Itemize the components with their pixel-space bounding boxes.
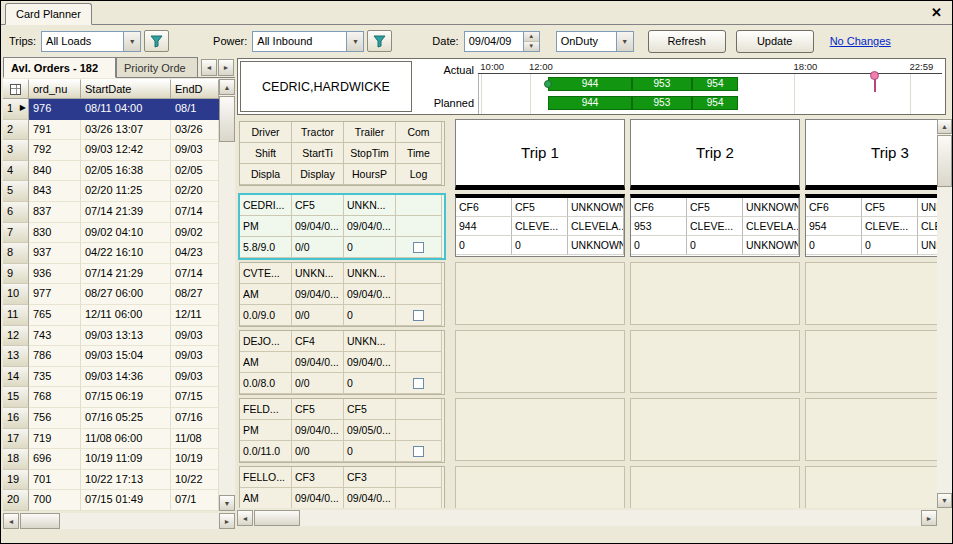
trips-label: Trips: — [9, 35, 36, 47]
scroll-left-icon[interactable]: ◄ — [3, 513, 19, 529]
empty-trip-slot[interactable] — [455, 466, 625, 508]
orders-horizontal-scrollbar[interactable]: ◄ ► — [3, 513, 235, 529]
date-spinner[interactable]: ▲ ▼ — [523, 32, 539, 51]
order-row[interactable]: 1097708/27 06:0008/27 — [3, 284, 219, 305]
chevron-down-icon[interactable]: ▼ — [346, 32, 363, 51]
empty-trip-slot[interactable] — [455, 262, 625, 325]
refresh-button[interactable]: Refresh — [648, 30, 726, 53]
scroll-down-icon[interactable]: ▼ — [219, 495, 235, 511]
tab-priority-orders[interactable]: Priority Orde — [116, 57, 198, 78]
empty-trip-slot[interactable] — [805, 398, 937, 461]
power-filter-button[interactable] — [367, 30, 392, 52]
power-dropdown[interactable]: All Inbound ▼ — [252, 31, 364, 52]
empty-trip-slot[interactable] — [455, 398, 625, 461]
scroll-up-icon[interactable]: ▲ — [219, 79, 235, 95]
hold-checkbox[interactable] — [413, 446, 424, 457]
chevron-down-icon[interactable]: ▼ — [616, 32, 633, 51]
scrollbar-thumb[interactable] — [937, 135, 952, 187]
scroll-down-icon[interactable]: ▼ — [937, 493, 952, 508]
scroll-right-icon[interactable]: ► — [921, 510, 937, 526]
order-row[interactable]: 2070007/15 01:4907/1 — [3, 490, 219, 511]
order-row[interactable]: 1473509/03 14:3609/03 — [3, 367, 219, 388]
trip-cell: 0 — [687, 236, 743, 255]
scrollbar-thumb[interactable] — [20, 513, 60, 529]
driver-info-card[interactable]: DEJO...CF4UNKN...AM09/04/0...09/04/0...0… — [239, 330, 445, 395]
duty-status-dropdown[interactable]: OnDuty ▼ — [556, 31, 634, 52]
close-icon[interactable]: ✕ — [931, 5, 942, 20]
trip-card[interactable]: CF6CF5UNKNOWN954CLEVE...CLEVELA...00UNKN… — [805, 194, 937, 257]
driver-info-card[interactable]: FELD...CF5CF5PM09/04/0...09/05/0...0.0/1… — [239, 398, 445, 463]
column-header-enddate[interactable]: EndD — [171, 79, 219, 99]
trips-filter-button[interactable] — [144, 30, 169, 52]
update-button[interactable]: Update — [736, 30, 814, 53]
planned-trip-bar[interactable]: 944 — [548, 96, 631, 110]
order-row[interactable]: 993607/14 21:2907/14 — [3, 264, 219, 285]
driver-info-cell: CVTE... — [240, 263, 292, 284]
planner-vertical-scrollbar[interactable]: ▲ ▼ — [937, 119, 952, 508]
select-all-cell[interactable] — [3, 79, 29, 99]
driver-info-card[interactable]: CEDRI...CF5UNKN...PM09/04/0...09/04/0...… — [239, 194, 445, 259]
hold-cell — [396, 441, 442, 462]
driver-info-card[interactable]: CVTE...UNKN...UNKN...AM09/04/0...09/04/0… — [239, 262, 445, 327]
order-row[interactable]: 1▶97608/11 04:0008/1 — [3, 99, 219, 120]
order-row[interactable]: 1771911/08 06:0011/08 — [3, 429, 219, 450]
order-row[interactable]: 1675607/16 05:2507/16 — [3, 408, 219, 429]
order-row[interactable]: 279103/26 13:0703/26 — [3, 120, 219, 141]
date-field[interactable]: 09/04/09 ▲ ▼ — [464, 31, 540, 52]
planner-horizontal-scrollbar[interactable]: ◄ ► — [237, 510, 937, 526]
empty-trip-slot[interactable] — [630, 330, 800, 393]
scroll-up-icon[interactable]: ▲ — [937, 119, 952, 134]
chevron-down-icon[interactable]: ▼ — [123, 32, 140, 51]
order-row[interactable]: 893704/22 16:1004/23 — [3, 243, 219, 264]
empty-trip-slot[interactable] — [805, 466, 937, 508]
empty-trip-slot[interactable] — [455, 330, 625, 393]
actual-trip-bar[interactable]: 954 — [692, 77, 738, 91]
scrollbar-thumb[interactable] — [254, 510, 300, 526]
driver-info-card[interactable]: FELLO...CF3CF3AM09/04/0...09/04/0... — [239, 466, 445, 508]
order-row[interactable]: 683707/14 21:3907/14 — [3, 202, 219, 223]
empty-trip-slot[interactable] — [630, 262, 800, 325]
tab-scroll-left-icon[interactable]: ◄ — [201, 59, 217, 76]
orders-vertical-scrollbar[interactable]: ▲ ▼ — [219, 79, 235, 511]
order-row[interactable]: 1576807/15 06:1907/15 — [3, 387, 219, 408]
tab-card-planner[interactable]: Card Planner — [5, 3, 92, 25]
order-row[interactable]: 783009/02 04:1009/02 — [3, 223, 219, 244]
driver-name-box[interactable]: CEDRIC,HARDWICKE — [240, 61, 412, 112]
tab-scroll-right-icon[interactable]: ► — [218, 59, 234, 76]
planned-trip-bar[interactable]: 954 — [692, 96, 738, 110]
order-row[interactable]: 1378609/03 15:0409/03 — [3, 346, 219, 367]
scroll-right-icon[interactable]: ► — [219, 513, 235, 529]
hold-checkbox[interactable] — [413, 242, 424, 253]
spin-down-icon[interactable]: ▼ — [524, 42, 539, 51]
no-changes-link[interactable]: No Changes — [830, 35, 891, 47]
column-header-ord-nu[interactable]: ord_nu — [29, 79, 81, 99]
empty-trip-slot[interactable] — [630, 466, 800, 508]
hold-checkbox[interactable] — [413, 378, 424, 389]
row-number: 6 — [7, 205, 13, 217]
driver-row: CEDRI...CF5UNKN...PM09/04/0...09/04/0...… — [237, 194, 937, 260]
order-row[interactable]: 1274309/03 13:1309/03 — [3, 326, 219, 347]
spin-up-icon[interactable]: ▲ — [524, 32, 539, 42]
scrollbar-thumb[interactable] — [219, 96, 235, 142]
empty-trip-slot[interactable] — [630, 398, 800, 461]
trip-card[interactable]: CF6CF5UNKNOWN944CLEVE...CLEVELA...00UNKN… — [455, 194, 625, 257]
trips-dropdown[interactable]: All Loads ▼ — [41, 31, 141, 52]
order-row[interactable]: 1176512/11 06:0012/11 — [3, 305, 219, 326]
empty-trip-slot[interactable] — [805, 330, 937, 393]
row-number: 17 — [7, 432, 19, 444]
planned-trip-bar[interactable]: 953 — [632, 96, 692, 110]
scroll-left-icon[interactable]: ◄ — [237, 510, 253, 526]
trip-card[interactable]: CF6CF5UNKNOWN953CLEVE...CLEVELA...00UNKN… — [630, 194, 800, 257]
actual-trip-bar[interactable]: 944 — [548, 77, 631, 91]
order-row[interactable]: 484002/05 16:3802/05 — [3, 161, 219, 182]
order-row[interactable]: 1869610/19 11:0910/19 — [3, 449, 219, 470]
order-row[interactable]: 584302/20 11:2502/20 — [3, 181, 219, 202]
tab-available-orders[interactable]: Avl. Orders - 182 — [3, 57, 116, 78]
order-row[interactable]: 379209/03 12:4209/03 — [3, 140, 219, 161]
empty-trip-slot[interactable] — [805, 262, 937, 325]
order-row[interactable]: 1970110/22 17:1310/22 — [3, 470, 219, 491]
hold-checkbox[interactable] — [413, 310, 424, 321]
column-header-startdate[interactable]: StartDate — [81, 79, 171, 99]
row-number: 1 — [7, 102, 13, 114]
actual-trip-bar[interactable]: 953 — [632, 77, 692, 91]
